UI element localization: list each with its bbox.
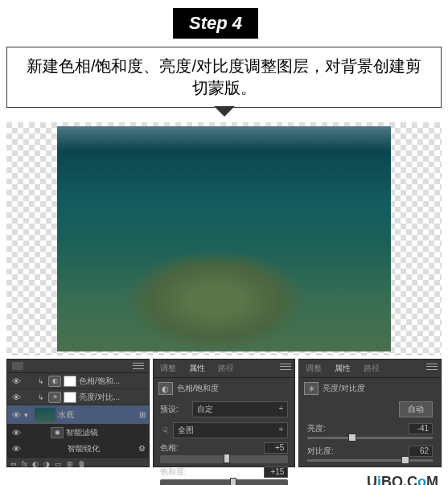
layers-bottom-bar: ⇔ fx ◐ ◑ ▭ ⊞ 🗑 xyxy=(7,457,149,471)
delete-layer-icon[interactable]: 🗑 xyxy=(78,460,85,468)
layer-row-bright-contrast[interactable]: 👁 ↳ ☀ 亮度/对比... xyxy=(7,389,149,405)
fx-icon[interactable]: fx xyxy=(22,460,27,468)
preset-dropdown[interactable]: 自定÷ xyxy=(192,401,289,417)
props-header: ☀ 亮度/对比度 xyxy=(299,378,441,399)
range-dropdown[interactable]: 全图÷ xyxy=(173,422,289,438)
preset-row: 预设: 自定÷ xyxy=(154,399,295,420)
panel-menu-icon[interactable] xyxy=(133,362,144,370)
chevron-down-icon: ÷ xyxy=(279,425,284,436)
visibility-icon[interactable]: 👁 xyxy=(10,376,22,386)
range-value: 全图 xyxy=(178,425,194,436)
layers-panel: 👁 ↳ ◐ 色相/饱和... 👁 ↳ ☀ 亮度/对比... 👁 ▾ 水底 ⊞ 👁 xyxy=(6,359,150,467)
panel-menu-icon[interactable] xyxy=(280,363,291,371)
hue-sat-icon: ◐ xyxy=(158,382,173,395)
layer-row-hue-sat[interactable]: 👁 ↳ ◐ 色相/饱和... xyxy=(7,373,149,389)
scrubby-icon[interactable]: ☟ xyxy=(162,425,168,436)
props-tabs: 调整 属性 路径 xyxy=(299,360,441,378)
arrow-down-icon xyxy=(215,107,234,117)
layers-tab-icon[interactable] xyxy=(12,362,23,370)
layer-name: 智能滤镜 xyxy=(66,427,98,438)
expand-icon[interactable]: ▾ xyxy=(24,411,32,419)
new-layer-icon[interactable]: ⊞ xyxy=(67,460,73,468)
layer-row-smart-sharpen[interactable]: 👁 智能锐化 ⚙ xyxy=(7,441,149,457)
hue-value[interactable]: +5 xyxy=(264,442,288,454)
instruction-box: 新建色相/饱和度、亮度/对比度调整图层，对背景创建剪切蒙版。 xyxy=(6,47,442,108)
smart-object-icon: ⊞ xyxy=(139,410,146,419)
tab-properties[interactable]: 属性 xyxy=(328,360,357,377)
tab-path[interactable]: 路径 xyxy=(212,360,240,377)
canvas-area[interactable] xyxy=(6,122,442,356)
tab-path[interactable]: 路径 xyxy=(357,360,386,377)
layer-row-smart-filters[interactable]: 👁 ◉ 智能滤镜 xyxy=(7,425,149,441)
auto-row: 自动 xyxy=(299,399,441,420)
hue-slider-row: 色相: +5 xyxy=(154,441,295,465)
props-tabs: 调整 属性 路径 xyxy=(154,360,295,378)
brightness-value[interactable]: -41 xyxy=(409,423,433,434)
brightness-label: 亮度: xyxy=(307,423,326,434)
hue-label: 色相: xyxy=(160,442,179,454)
preset-value: 自定 xyxy=(197,404,213,415)
layer-row-water[interactable]: 👁 ▾ 水底 ⊞ xyxy=(7,405,149,425)
contrast-slider[interactable] xyxy=(307,459,433,462)
link-layers-icon[interactable]: ⇔ xyxy=(10,460,17,468)
preset-label: 预设: xyxy=(160,404,187,415)
bright-contrast-panel: 调整 属性 路径 ☀ 亮度/对比度 自动 亮度: -41 对比度: 62 xyxy=(298,359,442,467)
contrast-row: 对比度: 62 xyxy=(299,442,441,465)
bright-contrast-icon: ☀ xyxy=(304,382,319,395)
layers-panel-tabs xyxy=(7,360,149,373)
hue-sat-panel: 调整 属性 路径 ◐ 色相/饱和度 预设: 自定÷ ☟ 全图÷ 色相: +5 xyxy=(153,359,296,467)
hue-slider[interactable] xyxy=(160,455,289,463)
layer-mask-thumb[interactable] xyxy=(64,376,76,387)
new-adjustment-icon[interactable]: ◑ xyxy=(43,460,50,468)
clip-indicator-icon: ↳ xyxy=(38,393,46,401)
new-group-icon[interactable]: ▭ xyxy=(55,460,62,468)
layer-name: 智能锐化 xyxy=(68,443,100,454)
clip-indicator-icon: ↳ xyxy=(38,377,46,385)
smart-filter-icon: ◉ xyxy=(51,427,64,438)
auto-button[interactable]: 自动 xyxy=(399,401,433,417)
contrast-label: 对比度: xyxy=(307,446,334,457)
layer-mask-thumb[interactable] xyxy=(64,392,76,403)
panel-menu-icon[interactable] xyxy=(426,363,438,371)
tab-adjust[interactable]: 调整 xyxy=(154,360,183,377)
step-badge: Step 4 xyxy=(173,8,258,39)
layer-name: 水底 xyxy=(58,409,74,421)
visibility-icon[interactable]: 👁 xyxy=(10,444,22,454)
bright-contrast-adj-icon: ☀ xyxy=(48,392,61,403)
filter-settings-icon[interactable]: ⚙ xyxy=(138,444,146,453)
sat-label: 饱和度: xyxy=(160,467,187,478)
props-header: ◐ 色相/饱和度 xyxy=(154,378,295,399)
visibility-icon[interactable]: 👁 xyxy=(10,393,22,402)
underwater-image[interactable] xyxy=(57,126,391,351)
props-title: 色相/饱和度 xyxy=(177,383,220,394)
layer-name: 亮度/对比... xyxy=(79,392,120,403)
contrast-value[interactable]: 62 xyxy=(409,446,433,457)
panels-row: 👁 ↳ ◐ 色相/饱和... 👁 ↳ ☀ 亮度/对比... 👁 ▾ 水底 ⊞ 👁 xyxy=(6,359,442,467)
hue-sat-adj-icon: ◐ xyxy=(48,376,61,387)
brightness-row: 亮度: -41 xyxy=(299,420,441,442)
tab-properties[interactable]: 属性 xyxy=(183,360,212,377)
visibility-icon[interactable]: 👁 xyxy=(10,410,22,420)
instruction-text: 新建色相/饱和度、亮度/对比度调整图层，对背景创建剪切蒙版。 xyxy=(27,57,421,97)
add-mask-icon[interactable]: ◐ xyxy=(32,460,39,468)
brightness-slider[interactable] xyxy=(307,437,433,439)
sat-value[interactable]: +15 xyxy=(264,467,288,478)
tab-adjust[interactable]: 调整 xyxy=(299,360,328,377)
sat-slider-row: 饱和度: +15 xyxy=(154,465,295,485)
layer-image-thumb[interactable] xyxy=(35,408,55,422)
range-row: ☟ 全图÷ xyxy=(154,420,295,441)
sat-slider[interactable] xyxy=(160,479,289,485)
chevron-down-icon: ÷ xyxy=(279,404,284,415)
layer-name: 色相/饱和... xyxy=(79,376,120,387)
props-title: 亮度/对比度 xyxy=(323,383,365,394)
visibility-icon[interactable]: 👁 xyxy=(10,428,22,438)
